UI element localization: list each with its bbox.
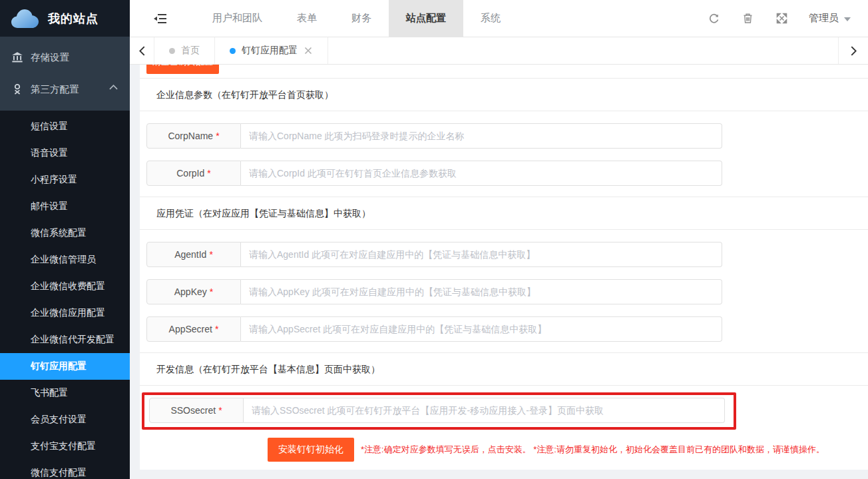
fullscreen-icon[interactable] <box>776 13 787 24</box>
divider <box>140 197 868 197</box>
sidebar-item-label: 支付宝支付配置 <box>31 440 96 452</box>
appkey-input[interactable] <box>241 280 722 304</box>
corpid-input[interactable] <box>241 161 722 185</box>
install-dingtalk-init-button[interactable]: 安装钉钉初始化 <box>268 438 354 462</box>
bank-icon <box>11 51 23 63</box>
tabs-scroll-left-button[interactable] <box>130 37 154 64</box>
sidebar-item-mail-settings[interactable]: 邮件设置 <box>0 193 130 220</box>
tab-dingtalk-app-config[interactable]: 钉钉应用配置 <box>215 37 328 64</box>
field-row-agentid: AgentId* <box>146 242 722 267</box>
field-row-corpname: CorpName* <box>146 123 722 149</box>
top-nav: 用户和团队 表单 财务 站点配置 系统 <box>195 0 518 37</box>
sidebar-item-label: 短信设置 <box>31 121 68 133</box>
field-label: CorpId* <box>146 161 241 186</box>
sidebar-item-label: 微信系统配置 <box>31 227 87 239</box>
sidebar-item-member-payment-settings[interactable]: 会员支付设置 <box>0 406 130 433</box>
refresh-icon[interactable] <box>708 13 720 24</box>
field-label-text: AppSecret <box>169 324 212 334</box>
nav-users-teams[interactable]: 用户和团队 <box>195 0 280 37</box>
user-name: 管理员 <box>809 12 839 25</box>
required-asterisk: * <box>216 131 219 141</box>
tab-home[interactable]: 首页 <box>154 37 215 64</box>
field-label: CorpName* <box>146 123 241 149</box>
nav-label: 财务 <box>351 12 371 25</box>
sidebar-item-voice-settings[interactable]: 语音设置 <box>0 140 130 167</box>
sidebar-item-wecom-dev-config[interactable]: 企业微信代开发配置 <box>0 326 130 353</box>
tab-label: 首页 <box>181 45 200 57</box>
tab-close-icon[interactable] <box>304 47 313 55</box>
sidebar-item-wecom-billing-config[interactable]: 企业微信收费配置 <box>0 273 130 300</box>
field-row-ssosecret: SSOsecret* <box>149 398 725 423</box>
app-window: 我的站点 存储设置 第三方配置 <box>0 0 868 479</box>
collapse-menu-icon[interactable] <box>154 13 167 24</box>
field-label: AppSecret* <box>146 316 241 342</box>
nav-finance[interactable]: 财务 <box>334 0 389 37</box>
field-label-text: AgentId <box>174 249 206 260</box>
cloud-logo-icon <box>9 7 40 30</box>
sidebar-item-label: 会员支付设置 <box>31 414 87 426</box>
nav-forms[interactable]: 表单 <box>280 0 334 37</box>
sidebar-item-label: 邮件设置 <box>31 201 68 213</box>
page-content: 清空当前页配置 企业信息参数（在钉钉开放平台首页获取） CorpName* Co… <box>130 65 868 479</box>
header-tools: 管理员 <box>686 12 851 25</box>
required-asterisk: * <box>215 324 218 334</box>
warning-text: *注意:确定对应参数填写无误后，点击安装。 *注意:请勿重复初始化，初始化会覆盖… <box>361 444 825 456</box>
action-row: 安装钉钉初始化 *注意:确定对应参数填写无误后，点击安装。 *注意:请勿重复初始… <box>268 438 868 462</box>
ssosecret-input[interactable] <box>244 398 724 422</box>
sidebar-item-feishu-config[interactable]: 飞书配置 <box>0 380 130 406</box>
agentid-input[interactable] <box>241 242 722 266</box>
clear-page-config-button[interactable]: 清空当前页配置 <box>146 65 219 74</box>
sidebar-item-sms-settings[interactable]: 短信设置 <box>0 113 130 140</box>
required-asterisk: * <box>207 168 210 179</box>
sidebar-item-storage-settings[interactable]: 存储设置 <box>0 41 130 73</box>
caret-down-icon <box>844 17 851 21</box>
sidebar-item-wechatpay-config[interactable]: 微信支付配置 <box>0 460 130 479</box>
field-row-appkey: AppKey* <box>146 279 722 304</box>
sidebar-item-label: 企业微信应用配置 <box>31 307 105 319</box>
sidebar-item-dingtalk-app-config[interactable]: 钉钉应用配置 <box>0 353 130 380</box>
field-label: AppKey* <box>146 279 241 304</box>
section-title-corp-info: 企业信息参数（在钉钉开放平台首页获取） <box>156 89 868 101</box>
trash-icon[interactable] <box>742 13 754 24</box>
chevron-up-icon <box>109 85 118 90</box>
section-title-app-credentials: 应用凭证（在对应应用【凭证与基础信息】中获取） <box>156 208 868 220</box>
appsecret-input[interactable] <box>241 317 722 341</box>
brand-logo: 我的站点 <box>0 0 130 37</box>
main-area: 用户和团队 表单 财务 站点配置 系统 <box>130 0 868 479</box>
sidebar-item-label: 钉钉应用配置 <box>31 360 87 372</box>
sidebar-item-label: 小程序设置 <box>31 174 77 186</box>
field-row-corpid: CorpId* <box>146 161 722 186</box>
tab-bar: 首页 钉钉应用配置 <box>130 37 868 65</box>
divider <box>140 385 868 386</box>
field-label-text: AppKey <box>174 286 207 297</box>
section-title-dev-info: 开发信息（在钉钉开放平台【基本信息】页面中获取） <box>156 364 868 376</box>
nav-system[interactable]: 系统 <box>463 0 518 37</box>
sidebar-item-wecom-admin[interactable]: 企业微信管理员 <box>0 246 130 273</box>
third-party-icon <box>11 83 23 95</box>
field-label: SSOsecret* <box>149 398 244 423</box>
nav-label: 站点配置 <box>406 12 446 25</box>
sidebar-item-label: 飞书配置 <box>31 387 68 399</box>
highlight-annotation-box: SSOsecret* <box>142 392 736 430</box>
field-row-appsecret: AppSecret* <box>146 316 722 342</box>
tabs-scroll-right-button[interactable] <box>838 37 868 64</box>
required-asterisk: * <box>210 286 213 297</box>
nav-site-config[interactable]: 站点配置 <box>389 0 463 37</box>
corpname-input[interactable] <box>241 124 722 148</box>
sidebar-item-wechat-system-config[interactable]: 微信系统配置 <box>0 220 130 246</box>
tab-status-dot <box>169 48 175 54</box>
divider <box>140 111 868 111</box>
top-header: 用户和团队 表单 财务 站点配置 系统 <box>130 0 868 37</box>
sidebar-item-label: 第三方配置 <box>31 83 79 96</box>
nav-label: 表单 <box>297 12 317 25</box>
sidebar: 我的站点 存储设置 第三方配置 <box>0 0 130 479</box>
user-menu[interactable]: 管理员 <box>809 12 851 25</box>
sidebar-item-alipay-config[interactable]: 支付宝支付配置 <box>0 433 130 460</box>
sidebar-item-wecom-app-config[interactable]: 企业微信应用配置 <box>0 300 130 326</box>
field-label-text: SSOsecret <box>170 405 216 416</box>
sidebar-item-third-party-config[interactable]: 第三方配置 <box>0 73 130 105</box>
sidebar-submenu: 短信设置 语音设置 小程序设置 邮件设置 微信系统配置 企业微信管理员 企业微信… <box>0 111 130 479</box>
site-title: 我的站点 <box>48 11 99 27</box>
sidebar-item-miniprogram-settings[interactable]: 小程序设置 <box>0 167 130 193</box>
tab-status-dot <box>230 48 236 54</box>
